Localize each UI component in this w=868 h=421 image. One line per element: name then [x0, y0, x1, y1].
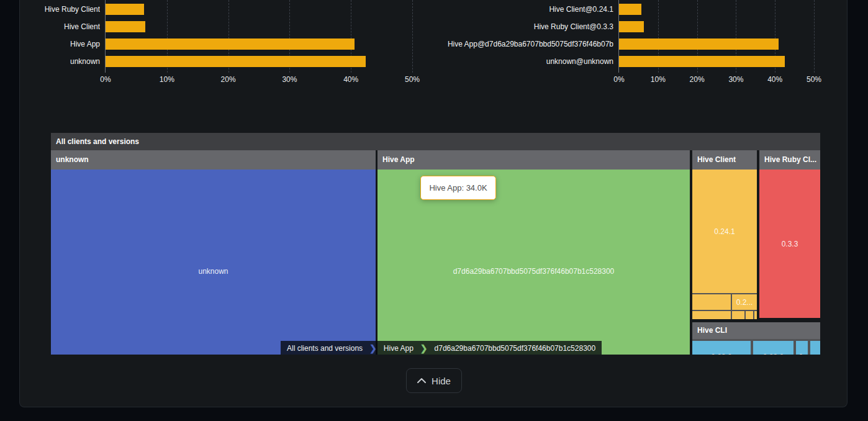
treemap-all-clients: All clients and versions unknown unknown…: [51, 133, 820, 355]
x-tick: 40%: [761, 75, 789, 84]
treemap-section-hive-client: Hive Client 0.24.1 0.2...: [692, 150, 757, 319]
bar-hive-app[interactable]: [106, 38, 355, 50]
treemap-cell-0-23-0[interactable]: 0.23.0: [753, 341, 793, 355]
bar-hive-client[interactable]: [106, 21, 145, 32]
x-tick: 50%: [399, 75, 426, 84]
treemap-cell[interactable]: [692, 311, 731, 319]
breadcrumb: All clients and versions ❯ Hive App ❯ d7…: [281, 341, 602, 355]
treemap-section-unknown: unknown unknown: [51, 150, 376, 355]
chevron-right-icon: ❯: [369, 343, 377, 353]
bar-hive-app-hash[interactable]: [619, 38, 779, 50]
x-tick: 0%: [92, 75, 119, 84]
plot-area: 0% 10% 20% 30% 40% 50%: [105, 0, 412, 73]
bar-hive-ruby-client[interactable]: [106, 4, 144, 15]
treemap-section-hive-cli: Hive CLI 0.23.0 0.23.0 0.: [692, 322, 820, 355]
treemap-cell-unknown[interactable]: unknown: [51, 170, 376, 355]
treemap-cell[interactable]: [810, 341, 820, 355]
treemap-title[interactable]: All clients and versions: [51, 133, 820, 150]
breadcrumb-item-hash[interactable]: d7d6a29ba6707bbd5075df376f46b07b1c528300: [428, 344, 602, 353]
treemap-cell-0-23-0[interactable]: 0.23.0: [692, 341, 751, 355]
x-tick: 30%: [276, 75, 303, 84]
treemap-cell[interactable]: [692, 294, 731, 310]
x-tick: 10%: [153, 75, 181, 84]
breadcrumb-item-root[interactable]: All clients and versions: [281, 344, 369, 353]
versions-bar-chart: Hive Client@0.24.1 Hive Ruby Client@0.3.…: [435, 0, 814, 87]
x-tick: 50%: [800, 75, 828, 84]
page: { "colors": { "page_bg": "#080b10", "pan…: [0, 0, 868, 421]
bar-unknown[interactable]: [106, 56, 366, 67]
plot-area: 0% 10% 20% 30% 40% 50%: [618, 0, 814, 73]
category-label: Hive Client: [44, 21, 100, 32]
treemap-cell-0-24-1[interactable]: 0.24.1: [692, 170, 757, 293]
treemap-cell[interactable]: [732, 311, 744, 319]
treemap-section-hive-ruby-client: Hive Ruby Cl... 0.3.3: [759, 150, 820, 318]
category-label: Hive Ruby Client@0.3.3: [435, 21, 613, 32]
x-tick: 20%: [215, 75, 242, 84]
dashboard-panel: Hive Ruby Client Hive Client Hive App un…: [19, 0, 848, 407]
treemap-section-header[interactable]: Hive App: [377, 150, 690, 170]
clients-bar-chart: Hive Ruby Client Hive Client Hive App un…: [44, 0, 412, 87]
chevron-up-icon: [417, 378, 426, 383]
category-label: Hive App: [44, 38, 100, 50]
bar-hive-client-0241[interactable]: [619, 4, 641, 15]
treemap-section-header[interactable]: Hive Ruby Cl...: [759, 150, 820, 170]
hide-button-label: Hide: [432, 376, 451, 386]
category-label: Hive Client@0.24.1: [435, 4, 613, 15]
treemap-cell[interactable]: [746, 311, 753, 319]
tooltip-text: Hive App: 34.0K: [429, 183, 487, 192]
bar-unknown-unknown[interactable]: [619, 56, 785, 67]
gridline: [412, 0, 413, 73]
tooltip: Hive App: 34.0K: [420, 176, 496, 200]
x-tick: 0%: [605, 75, 633, 84]
category-label: Hive App@d7d6a29ba6707bbd5075df376f46b07…: [435, 38, 613, 50]
hide-button[interactable]: Hide: [406, 368, 462, 393]
treemap-section-header[interactable]: Hive CLI: [692, 322, 820, 339]
x-tick: 40%: [337, 75, 364, 84]
category-label: Hive Ruby Client: [44, 4, 100, 15]
treemap-section-header[interactable]: unknown: [51, 150, 376, 170]
category-label: unknown@unknown: [435, 56, 613, 67]
chevron-right-icon: ❯: [420, 343, 428, 353]
breadcrumb-item-hive-app[interactable]: Hive App: [377, 344, 420, 353]
treemap-cell[interactable]: 0.: [796, 341, 808, 355]
x-tick: 20%: [684, 75, 711, 84]
category-label: unknown: [44, 56, 100, 67]
bar-hive-ruby-client-033[interactable]: [619, 21, 644, 32]
treemap-cell-0-2[interactable]: 0.2...: [732, 294, 757, 310]
treemap-cell-0-3-3[interactable]: 0.3.3: [759, 170, 820, 318]
x-tick: 30%: [722, 75, 749, 84]
gridline: [814, 0, 815, 73]
treemap-cell[interactable]: [754, 311, 757, 319]
treemap-section-header[interactable]: Hive Client: [692, 150, 757, 170]
x-tick: 10%: [644, 75, 672, 84]
